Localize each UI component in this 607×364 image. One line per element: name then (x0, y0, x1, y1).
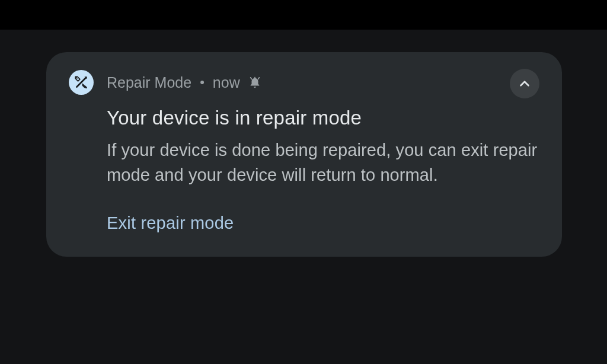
timestamp: now (213, 74, 240, 91)
separator: • (200, 75, 205, 90)
app-name: Repair Mode (107, 74, 191, 91)
notification-card[interactable]: Repair Mode • now Your device is in repa… (46, 52, 562, 257)
collapse-button[interactable] (510, 69, 539, 98)
notification-body: Your device is in repair mode If your de… (107, 107, 539, 187)
notification-description: If your device is done being repaired, y… (107, 138, 539, 187)
notification-header: Repair Mode • now (69, 70, 539, 95)
exit-repair-mode-button[interactable]: Exit repair mode (107, 213, 234, 233)
notification-meta: Repair Mode • now (107, 74, 261, 91)
status-bar (0, 0, 607, 30)
notification-title: Your device is in repair mode (107, 107, 539, 129)
bell-icon (248, 76, 261, 89)
tools-icon (69, 70, 94, 95)
